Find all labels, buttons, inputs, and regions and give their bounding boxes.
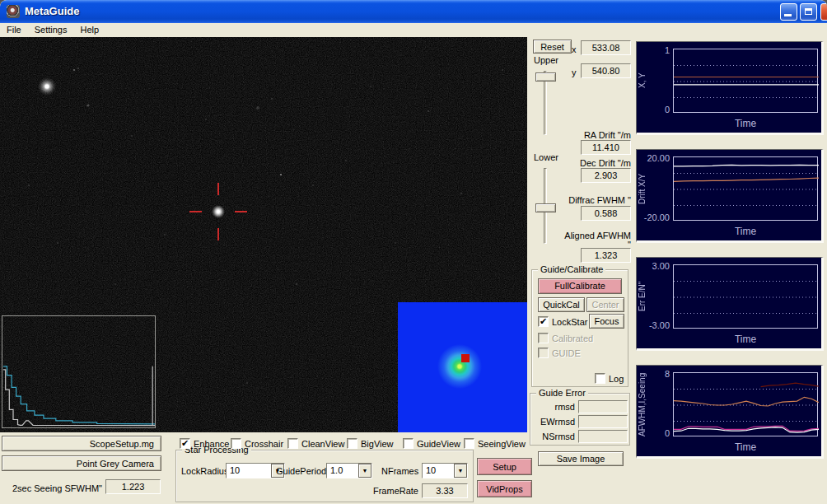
log-checkbox[interactable]: Log: [595, 373, 624, 384]
minimize-button[interactable]: [780, 3, 797, 21]
guide-checkbox: GUIDE: [538, 348, 581, 358]
ewrmsd-label: EWrmsd: [532, 417, 575, 427]
center-button[interactable]: Center: [586, 297, 624, 312]
guide-star-zoom-view: [398, 302, 527, 432]
checkbox-bigview[interactable]: BigView: [347, 438, 394, 449]
menu-settings[interactable]: Settings: [28, 23, 74, 37]
checkbox-cleanview[interactable]: CleanView: [287, 438, 344, 449]
guide-calibrate-group: Guide/Calibrate FullCalibrate QuickCal C…: [531, 269, 628, 387]
nframes-select[interactable]: 10 ▼: [422, 463, 468, 478]
y-position-field: 540.80: [581, 63, 631, 78]
checkbox-enhance[interactable]: ✔Enhance: [180, 438, 229, 449]
titlebar[interactable]: MetaGuide: [0, 0, 827, 23]
setup-button[interactable]: Setup: [477, 458, 532, 475]
xy-chart-tick-top: 1: [638, 45, 670, 55]
xy-chart-xlabel: Time: [673, 118, 818, 129]
star-processing-group: Star Processing LockRadius 10 ▼ GuidePer…: [175, 450, 474, 502]
ewrmsd-field: [578, 415, 628, 428]
crosshair-bottom: [217, 228, 219, 240]
aligned-afwhm-field: 1.323: [581, 248, 631, 263]
menu-bar: FileSettingsHelp: [0, 23, 827, 37]
minimize-icon: [784, 14, 792, 16]
ra-drift-field: 11.410: [581, 140, 631, 155]
seeing-sfwhm-field: 1.223: [105, 479, 161, 494]
ra-drift-label: RA Drift "/m: [544, 130, 631, 140]
crosshair-checkbox-box: [231, 438, 241, 449]
error-chart-xlabel: Time: [673, 334, 818, 345]
nsrmsd-label: NSrmsd: [532, 432, 575, 441]
chevron-down-icon[interactable]: ▼: [358, 464, 371, 478]
drift-chart: Drift X/Y 20.00 -20.00 Time: [636, 149, 824, 243]
error-chart-ylabel: Err E/N": [638, 264, 651, 329]
guide-error-title: Guide Error: [536, 388, 588, 398]
restore-icon: [805, 8, 812, 15]
calibrated-checkbox-label: Calibrated: [552, 334, 593, 343]
chevron-down-icon[interactable]: ▼: [454, 464, 467, 478]
reset-button[interactable]: Reset: [533, 40, 572, 54]
app-icon: [7, 5, 20, 18]
lockstar-checkbox-box: ✔: [538, 316, 549, 327]
intensity-histogram: [2, 315, 156, 428]
seeingview-checkbox-box: [464, 438, 474, 449]
calibrated-checkbox: Calibrated: [538, 333, 593, 343]
guide-calibrate-title: Guide/Calibrate: [538, 264, 605, 274]
quickcal-button[interactable]: QuickCal: [538, 297, 585, 312]
guide-error-group: Guide Error rmsd EWrmsd NSrmsd: [530, 393, 630, 446]
dec-drift-label: Dec Drift "/m: [544, 158, 631, 168]
crosshair-checkbox-label: Crosshair: [245, 439, 283, 449]
drift-chart-xlabel: Time: [673, 226, 818, 237]
log-checkbox-label: Log: [609, 374, 624, 384]
camera-image[interactable]: [0, 37, 527, 432]
metaguide-window: MetaGuide FileSettingsHelp: [0, 0, 827, 504]
x-label: x: [572, 44, 577, 54]
drift-chart-tick-top: 20.00: [638, 153, 670, 163]
x-position-field: 533.08: [581, 40, 631, 55]
checkbox-guideview[interactable]: GuideView: [403, 438, 460, 449]
lockstar-checkbox-label: LockStar: [552, 317, 587, 327]
guideview-checkbox-box: [403, 438, 414, 449]
guide-checkbox-box: [538, 348, 549, 358]
afwhm-chart-tick-bottom: 0: [638, 428, 670, 438]
close-button[interactable]: [820, 3, 827, 21]
lockstar-checkbox[interactable]: ✔ LockStar: [538, 316, 587, 327]
xy-chart-ylabel: X, Y: [638, 49, 651, 113]
framerate-field: 3.33: [422, 483, 468, 498]
error-chart: Err E/N" 3.00 -3.00 Time: [636, 257, 824, 351]
scope-setup-file[interactable]: ScopeSetup.mg: [2, 436, 161, 451]
vidprops-button[interactable]: VidProps: [477, 480, 532, 497]
full-calibrate-button[interactable]: FullCalibrate: [538, 278, 622, 294]
framerate-label: FrameRate: [359, 486, 418, 496]
crosshair-left: [189, 211, 202, 212]
afwhm-chart-ylabel: AFWHM,I,Seeing: [638, 372, 651, 436]
crosshair-top: [217, 183, 219, 195]
centroid-marker: [461, 354, 470, 362]
cleanview-checkbox-label: CleanView: [301, 439, 344, 449]
xy-chart-tick-bottom: 0: [638, 105, 670, 114]
menu-file[interactable]: File: [0, 23, 28, 37]
drift-chart-ylabel: Drift X/Y: [638, 156, 651, 221]
error-chart-tick-top: 3.00: [638, 261, 670, 271]
y-label: y: [572, 68, 577, 77]
save-image-button[interactable]: Save Image: [538, 451, 624, 466]
upper-slider-thumb[interactable]: [535, 72, 556, 82]
guide-period-select[interactable]: 1.0 ▼: [326, 463, 372, 478]
camera-name-box[interactable]: Point Grey Camera: [2, 455, 161, 471]
guide-star-blob: [437, 343, 483, 390]
nsrmsd-field: [578, 430, 628, 443]
guideview-checkbox-label: GuideView: [417, 439, 460, 449]
nframes-label: NFrames: [381, 466, 418, 476]
dec-drift-field: 2.903: [581, 168, 631, 183]
cleanview-checkbox-box: [287, 438, 298, 449]
rmsd-field: [578, 400, 628, 413]
restore-button[interactable]: [800, 3, 817, 21]
galaxy-blob: [38, 77, 56, 96]
drift-chart-tick-bottom: -20.00: [638, 212, 670, 222]
checkbox-seeingview[interactable]: SeeingView: [464, 438, 526, 449]
diffrac-fwhm-label: Diffrac FWHM ": [544, 195, 631, 205]
afwhm-chart-xlabel: Time: [673, 441, 818, 453]
focus-button[interactable]: Focus: [589, 314, 624, 329]
rmsd-label: rmsd: [532, 402, 575, 412]
checkbox-crosshair[interactable]: Crosshair: [231, 438, 283, 449]
guide-period-label: GuidePeriod: [276, 466, 326, 476]
menu-help[interactable]: Help: [73, 23, 105, 37]
